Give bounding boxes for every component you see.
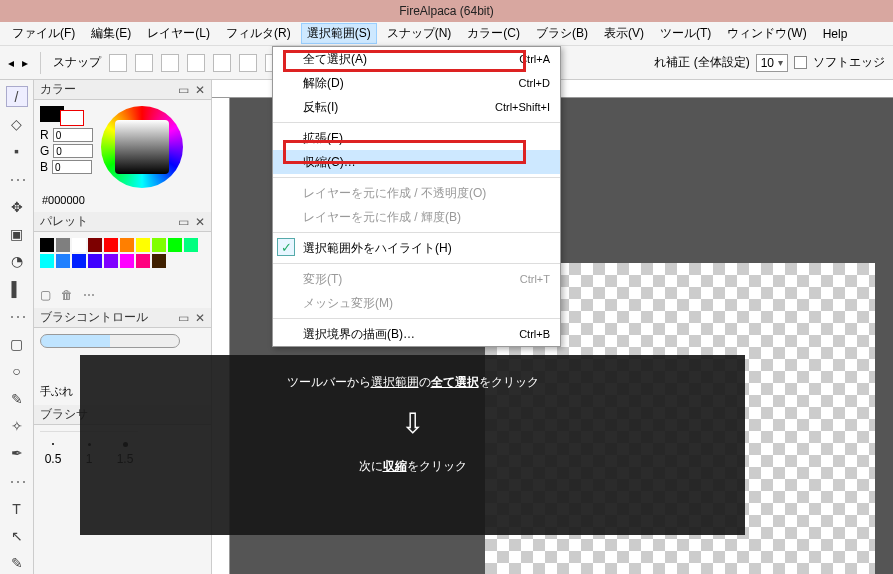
palette-more-icon[interactable]: ⋯	[83, 288, 95, 302]
menuitem-contract[interactable]: 収縮(C)…	[273, 150, 560, 174]
lasso-tool[interactable]: ✎	[6, 388, 28, 409]
move-tool[interactable]: ✥	[6, 196, 28, 217]
text-tool[interactable]: T	[6, 498, 28, 519]
menuitem-layer-luminance: レイヤーを元に作成 / 輝度(B)	[273, 205, 560, 229]
magicwand-tool[interactable]: ✧	[6, 415, 28, 436]
palette-swatch[interactable]	[56, 254, 70, 268]
brush-size-slider[interactable]	[40, 334, 180, 348]
tool-sep-icon: ⋯	[9, 168, 25, 190]
tool-sep-icon: ⋯	[9, 470, 25, 492]
brush-size-value[interactable]: 0.5	[45, 452, 62, 466]
palette-swatches[interactable]	[40, 238, 200, 268]
palette-swatch[interactable]	[152, 238, 166, 252]
menu-snap[interactable]: スナップ(N)	[381, 23, 458, 44]
menuitem-expand[interactable]: 拡張(E)	[273, 126, 560, 150]
panel-undock-icon[interactable]: ▭	[178, 215, 189, 229]
palette-delete-icon[interactable]: 🗑	[61, 288, 73, 302]
bucket-tool[interactable]: ◔	[6, 251, 28, 272]
down-arrow-icon: ⇩	[104, 402, 721, 447]
panel-close-icon[interactable]: ✕	[195, 215, 205, 229]
bg-swatch[interactable]	[60, 110, 84, 126]
panel-undock-icon[interactable]: ▭	[178, 311, 189, 325]
softedge-checkbox[interactable]	[794, 56, 807, 69]
nav-next-icon[interactable]: ▸	[22, 56, 28, 70]
palette-swatch[interactable]	[120, 238, 134, 252]
palette-swatch[interactable]	[184, 238, 198, 252]
color-panel-header: カラー ▭✕	[34, 80, 211, 100]
menu-filter[interactable]: フィルタ(R)	[220, 23, 297, 44]
brushcontrol-panel-header: ブラシコントロール ▭✕	[34, 308, 211, 328]
snap-grid-button[interactable]	[161, 54, 179, 72]
menu-file[interactable]: ファイル(F)	[6, 23, 81, 44]
menu-edit[interactable]: 編集(E)	[85, 23, 137, 44]
selectpen-tool[interactable]: ✒	[6, 443, 28, 464]
snap-radial-button[interactable]	[213, 54, 231, 72]
menu-brush[interactable]: ブラシ(B)	[530, 23, 594, 44]
palette-swatch[interactable]	[88, 254, 102, 268]
check-icon: ✓	[277, 238, 295, 256]
snap-label: スナップ	[53, 54, 101, 71]
menu-help[interactable]: Help	[817, 25, 854, 43]
palette-swatch[interactable]	[136, 254, 150, 268]
panel-close-icon[interactable]: ✕	[195, 83, 205, 97]
menuitem-deselect[interactable]: 解除(D)Ctrl+D	[273, 71, 560, 95]
menu-select[interactable]: 選択範囲(S)	[301, 23, 377, 44]
menu-view[interactable]: 表示(V)	[598, 23, 650, 44]
palette-swatch[interactable]	[56, 238, 70, 252]
palette-add-icon[interactable]: ▢	[40, 288, 51, 302]
palette-swatch[interactable]	[40, 254, 54, 268]
menuitem-select-all[interactable]: 全て選択(A)Ctrl+A	[273, 47, 560, 71]
softedge-label: ソフトエッジ	[813, 54, 885, 71]
fill-tool[interactable]: ▣	[6, 223, 28, 244]
snap-persp-button[interactable]	[187, 54, 205, 72]
brush-tool[interactable]: /	[6, 86, 28, 107]
b-input[interactable]	[52, 160, 92, 174]
eraser-tool[interactable]: ◇	[6, 113, 28, 134]
palette-swatch[interactable]	[120, 254, 134, 268]
color-wheel[interactable]	[101, 106, 183, 188]
menuitem-invert[interactable]: 反転(I)Ctrl+Shift+I	[273, 95, 560, 119]
snap-para-button[interactable]	[135, 54, 153, 72]
hex-value: #000000	[34, 194, 211, 212]
object-tool[interactable]: ↖	[6, 525, 28, 546]
palette-swatch[interactable]	[104, 254, 118, 268]
select-menu-dropdown: 全て選択(A)Ctrl+A 解除(D)Ctrl+D 反転(I)Ctrl+Shif…	[272, 46, 561, 347]
menu-window[interactable]: ウィンドウ(W)	[721, 23, 812, 44]
window-titlebar: FireAlpaca (64bit)	[0, 0, 893, 22]
panel-undock-icon[interactable]: ▭	[178, 83, 189, 97]
menuitem-draw-border[interactable]: 選択境界の描画(B)…Ctrl+B	[273, 322, 560, 346]
menuitem-layer-opacity: レイヤーを元に作成 / 不透明度(O)	[273, 181, 560, 205]
palette-swatch[interactable]	[72, 238, 86, 252]
palette-swatch[interactable]	[88, 238, 102, 252]
menu-color[interactable]: カラー(C)	[461, 23, 526, 44]
select-rect-tool[interactable]: ▢	[6, 333, 28, 354]
palette-panel-header: パレット ▭✕	[34, 212, 211, 232]
palette-swatch[interactable]	[40, 238, 54, 252]
palette-swatch[interactable]	[168, 238, 182, 252]
dot-tool[interactable]: ▪	[6, 141, 28, 162]
gradient-tool[interactable]: ▌	[6, 278, 28, 299]
nav-prev-icon[interactable]: ◂	[8, 56, 14, 70]
palette-swatch[interactable]	[72, 254, 86, 268]
eyedropper-tool[interactable]: ✎	[6, 553, 28, 574]
menuitem-highlight-outside[interactable]: ✓選択範囲外をハイライト(H)	[273, 236, 560, 260]
menuitem-mesh-transform: メッシュ変形(M)	[273, 291, 560, 315]
r-input[interactable]	[53, 128, 93, 142]
snap-off-button[interactable]	[109, 54, 127, 72]
menu-bar: ファイル(F) 編集(E) レイヤー(L) フィルタ(R) 選択範囲(S) スナ…	[0, 22, 893, 46]
panel-close-icon[interactable]: ✕	[195, 311, 205, 325]
correction-label: れ補正 (全体設定)	[654, 54, 749, 71]
menu-layer[interactable]: レイヤー(L)	[141, 23, 216, 44]
tool-palette: / ◇ ▪ ⋯ ✥ ▣ ◔ ▌ ⋯ ▢ ○ ✎ ✧ ✒ ⋯ T ↖ ✎	[0, 80, 34, 574]
snap-circle-button[interactable]	[239, 54, 257, 72]
g-input[interactable]	[53, 144, 93, 158]
correction-select[interactable]: 10▾	[756, 54, 788, 72]
menu-tool[interactable]: ツール(T)	[654, 23, 717, 44]
tool-sep-icon: ⋯	[9, 305, 25, 327]
palette-swatch[interactable]	[104, 238, 118, 252]
annotation-overlay: ツールバーから選択範囲の全て選択をクリック ⇩ 次に収縮をクリック	[80, 355, 745, 535]
select-ellipse-tool[interactable]: ○	[6, 361, 28, 382]
palette-swatch[interactable]	[152, 254, 166, 268]
palette-swatch[interactable]	[136, 238, 150, 252]
menuitem-transform: 変形(T)Ctrl+T	[273, 267, 560, 291]
